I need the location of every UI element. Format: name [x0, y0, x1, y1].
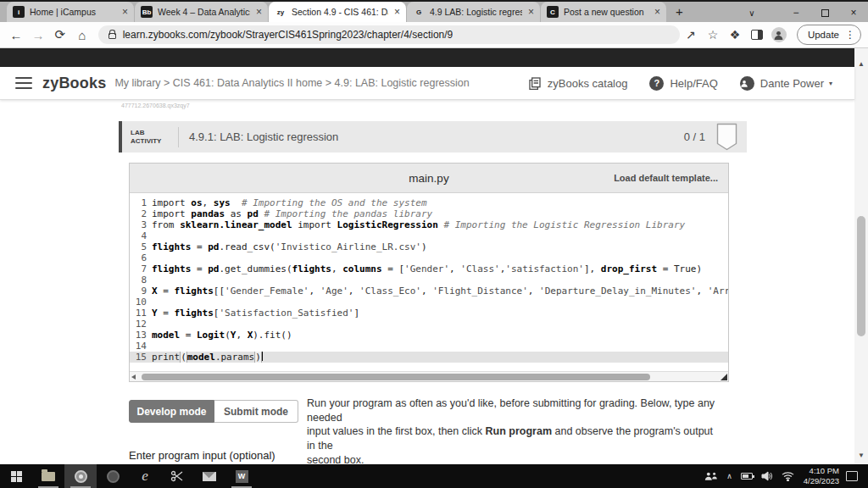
code-line[interactable]: 7flights = pd.get_dummies(flights, colum…: [130, 263, 728, 274]
profile-avatar[interactable]: [768, 27, 790, 42]
tab-close-icon[interactable]: ×: [528, 6, 534, 18]
browser-tab[interactable]: iHome | iCampus×: [7, 2, 134, 22]
zybooks-logo[interactable]: zyBooks: [42, 75, 106, 92]
tray-clock[interactable]: 4:10 PM 4/29/2023: [804, 466, 839, 487]
taskbar-word[interactable]: W: [225, 464, 258, 488]
back-button[interactable]: ←: [5, 28, 27, 42]
window-maximize-button[interactable]: [810, 3, 839, 23]
tab-list: iHome | iCampus×BbWeek 4 – Data Analytic…: [7, 2, 667, 22]
volume-icon[interactable]: [761, 471, 773, 481]
activity-title: 4.9.1: LAB: Logistic regression: [189, 130, 338, 143]
browser-menu-dots-icon[interactable]: ⋮: [845, 29, 855, 41]
code-line[interactable]: 13model = Logit(Y, X).fit(): [130, 330, 728, 341]
help-faq-link[interactable]: ? Help/FAQ: [649, 76, 717, 91]
catalog-book-icon: [528, 76, 542, 90]
activity-hash-code: 477712.2670638.qx3zqy7: [121, 103, 190, 108]
person-icon: [773, 30, 784, 41]
side-panel-icon[interactable]: [746, 30, 768, 40]
url-text[interactable]: learn.zybooks.com/zybook/StrayerCIS461Sp…: [123, 29, 453, 41]
ie-icon: e: [142, 468, 148, 485]
browser-tab[interactable]: BbWeek 4 – Data Analytics II Cl×: [135, 2, 268, 22]
code-line[interactable]: 15print(model.params): [130, 352, 728, 363]
resize-grip-icon[interactable]: [721, 374, 727, 380]
taskbar-chrome[interactable]: [64, 464, 97, 488]
code-text: [152, 297, 728, 308]
line-number: 9: [130, 286, 152, 297]
code-line[interactable]: 2import pandas as pd # Importing the pan…: [130, 208, 728, 219]
tab-search-chevron-icon[interactable]: ∨: [737, 3, 766, 23]
tab-favicon: zy: [275, 6, 287, 18]
browser-tab[interactable]: CPost a new question×: [541, 2, 666, 22]
battery-icon[interactable]: [741, 473, 753, 480]
code-line[interactable]: 5flights = pd.read_csv('Invistico_Airlin…: [130, 241, 728, 252]
reload-button[interactable]: ⟳: [49, 27, 71, 42]
address-bar[interactable]: learn.zybooks.com/zybook/StrayerCIS461Sp…: [98, 25, 680, 44]
scroll-down-icon[interactable]: ▼: [854, 452, 868, 459]
taskbar-mail[interactable]: [193, 464, 225, 488]
tab-title: Week 4 – Data Analytics II Cl: [158, 7, 250, 17]
code-line[interactable]: 3from sklearn.linear_model import Logist…: [130, 219, 728, 230]
page-top-dark-banner: [0, 48, 854, 67]
wifi-icon[interactable]: [782, 471, 794, 481]
hscrollbar-thumb[interactable]: [142, 374, 650, 380]
line-number: 1: [130, 197, 152, 208]
code-line[interactable]: 10: [130, 297, 728, 308]
hamburger-menu-icon[interactable]: [15, 74, 32, 92]
code-line[interactable]: 4: [130, 230, 728, 241]
new-tab-button[interactable]: +: [667, 4, 692, 19]
browser-tab[interactable]: G4.9 LAB: Logistic regression T×: [407, 2, 540, 22]
tab-close-icon[interactable]: ×: [654, 6, 660, 18]
tab-title: Home | iCampus: [30, 7, 116, 17]
tab-close-icon[interactable]: ×: [394, 6, 400, 18]
line-number: 10: [130, 297, 152, 308]
breadcrumb[interactable]: My library > CIS 461: Data Analytics II …: [114, 77, 469, 89]
code-line[interactable]: 9X = flights[['Gender_Female', 'Age', 'C…: [130, 286, 728, 297]
taskbar-firefox[interactable]: [97, 464, 129, 488]
line-number: 5: [130, 241, 152, 252]
window-close-button[interactable]: ×: [839, 3, 868, 23]
page-content: 477712.2670638.qx3zqy7 LAB ACTIVITY 4.9.…: [0, 100, 854, 464]
window-minimize-button[interactable]: −: [782, 3, 810, 23]
code-line[interactable]: 1import os, sys # Importing the OS and t…: [130, 197, 728, 208]
code-line[interactable]: 8: [130, 274, 728, 286]
ssl-lock-icon[interactable]: [108, 33, 116, 39]
page-vertical-scrollbar[interactable]: ▲ ▼: [854, 48, 868, 464]
taskbar-internet-explorer[interactable]: e: [129, 464, 161, 488]
taskbar-file-explorer[interactable]: [32, 464, 64, 488]
forward-button[interactable]: →: [27, 28, 49, 42]
code-line[interactable]: 11Y = flights['Satisfaction_Satisfied']: [130, 308, 728, 319]
zybooks-catalog-link[interactable]: zyBooks catalog: [528, 76, 628, 90]
start-button[interactable]: [0, 464, 32, 488]
update-button[interactable]: Update ⋮: [797, 25, 861, 45]
code-line[interactable]: 14: [130, 341, 728, 352]
tab-close-icon[interactable]: ×: [256, 6, 262, 18]
action-center-icon[interactable]: [846, 471, 858, 481]
extensions-puzzle-icon[interactable]: ❖: [724, 28, 746, 42]
share-icon[interactable]: ↗: [680, 28, 702, 42]
tab-title: Post a new question: [564, 7, 648, 17]
tray-expand-chevron-icon[interactable]: ∧: [726, 472, 732, 480]
code-area[interactable]: 1import os, sys # Importing the OS and t…: [130, 193, 728, 371]
home-button[interactable]: ⌂: [71, 28, 93, 42]
people-icon[interactable]: [704, 471, 718, 481]
tab-favicon: G: [413, 6, 425, 18]
taskbar-snipping-tool[interactable]: [161, 464, 193, 488]
mail-envelope-icon: [203, 472, 216, 481]
tab-close-icon[interactable]: ×: [122, 6, 128, 18]
scrollbar-thumb[interactable]: [857, 216, 865, 336]
code-line[interactable]: 6: [130, 252, 728, 263]
instructions-text: Run your program as often as you'd like,…: [307, 396, 724, 464]
program-input-label: Enter program input (optional): [129, 449, 275, 462]
code-line[interactable]: 12: [130, 319, 728, 330]
load-default-template-button[interactable]: Load default template...: [614, 173, 718, 183]
develop-mode-button[interactable]: Develop mode: [129, 400, 214, 423]
bookmark-star-icon[interactable]: ☆: [702, 28, 724, 42]
line-number: 3: [130, 219, 152, 230]
date-text: 4/29/2023: [804, 476, 839, 486]
scroll-up-icon[interactable]: ▲: [854, 60, 868, 68]
editor-horizontal-scrollbar[interactable]: [130, 371, 728, 381]
submit-mode-button[interactable]: Submit mode: [214, 400, 298, 423]
user-menu[interactable]: Dante Power ▾: [740, 76, 832, 91]
browser-tab[interactable]: zySection 4.9 - CIS 461: Data A×: [269, 2, 406, 22]
scroll-left-icon[interactable]: [131, 374, 136, 380]
